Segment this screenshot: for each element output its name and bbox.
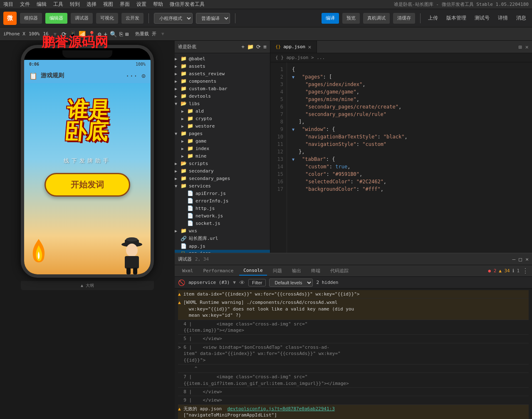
tree-item-westore[interactable]: ▶📁westore — [175, 122, 270, 130]
svg-rect-5 — [126, 268, 131, 274]
network-icon[interactable]: 📶 — [79, 31, 86, 37]
clear-console-btn[interactable]: 🚫 — [178, 279, 185, 286]
phone-icon[interactable]: 📱 — [69, 31, 76, 37]
real-debug-btn[interactable]: 真机调试 — [363, 13, 390, 24]
tab-performance[interactable]: Performance — [199, 266, 238, 275]
minimize-panel-btn[interactable]: — — [512, 256, 516, 262]
phone-header-title: 游戏规则 — [41, 72, 64, 79]
tree-item-scripts[interactable]: ▶📂scripts — [175, 160, 270, 167]
rotate-icon[interactable]: ⟳ — [62, 31, 67, 37]
filter-btn[interactable]: Filter — [248, 279, 266, 286]
tree-item-libs[interactable]: ▼📂libs — [175, 100, 270, 107]
tree-item-ald[interactable]: ▶📁ald — [175, 107, 270, 115]
menu-bar: 项目 文件 编辑 工具 转到 选择 视图 界面 设置 帮助 微信开发者工具 谁是… — [0, 0, 532, 9]
menu-item-interface[interactable]: 界面 — [120, 1, 130, 8]
copy-icon[interactable]: ⎘ — [119, 31, 123, 37]
tree-item-network-js[interactable]: 📄network.js — [175, 212, 270, 219]
phone-menu-dots[interactable]: ··· ⊙ — [126, 72, 146, 80]
eye-icon[interactable]: 👁 — [239, 279, 245, 286]
menu-item-help[interactable]: 帮助 — [153, 1, 163, 8]
game-title-image: 谁是卧底 — [37, 87, 137, 154]
tree-item-custom-tab-bar[interactable]: ▶📁custom-tab-bar — [175, 85, 270, 92]
close-editor-btn[interactable]: × — [525, 44, 529, 50]
detail-btn[interactable]: 详情 — [495, 14, 510, 22]
plus-icon[interactable]: + — [104, 31, 107, 37]
compile-btn[interactable]: 编译 — [322, 13, 339, 24]
svg-rect-4 — [125, 256, 139, 269]
dropdown-arrow[interactable]: ▼ — [233, 280, 236, 285]
scale-num: 16 — [43, 31, 48, 37]
tab-code-trace[interactable]: 代码追踪 — [326, 266, 353, 276]
tree-item-assets[interactable]: ▶📁assets — [175, 62, 270, 70]
version-btn[interactable]: 版本管理 — [444, 14, 469, 22]
tree-item-http-js[interactable]: 📄http.js — [175, 205, 270, 212]
upload-btn[interactable]: 上传 — [426, 14, 440, 22]
visual-btn[interactable]: 可视化 — [96, 13, 118, 24]
settings-icon[interactable]: ⚙ — [98, 31, 101, 37]
tree-item-crypto[interactable]: ▶📁crypto — [175, 115, 270, 122]
tree-item--babel[interactable]: ▶📁@babel — [175, 55, 270, 62]
svg-rect-6 — [133, 268, 137, 274]
menu-item-file[interactable]: 文件 — [20, 1, 30, 8]
debug-btn[interactable]: 调试器 — [71, 13, 93, 24]
bottom-nav-hint: ▲ 大纲 — [81, 283, 94, 288]
tab-wxml[interactable]: Wxml — [178, 266, 198, 275]
tab-console[interactable]: Console — [239, 266, 267, 276]
tree-item-mine[interactable]: ▶📁mine — [175, 152, 270, 160]
message-btn[interactable]: 消息 — [514, 14, 529, 22]
tree-item-wxs[interactable]: ▶📁wxs — [175, 227, 270, 234]
settings-console-btn[interactable]: ⋮ — [522, 267, 529, 275]
tree-item-apierror-js[interactable]: 📄apiError.js — [175, 190, 270, 197]
tab-terminal[interactable]: 终端 — [307, 266, 324, 276]
search-icon[interactable]: 🔍 — [110, 31, 117, 37]
tab-problems[interactable]: 问题 — [269, 266, 286, 276]
tree-item-secondary-pages[interactable]: ▶📁secondary_pages — [175, 175, 270, 182]
tree-item-pages[interactable]: ▼📁pages — [175, 130, 270, 137]
main-toolbar: 微 模拟器 编辑器 调试器 可视化 云开发 小程序模式 普通编译 编译 预览 真… — [0, 9, 532, 27]
mode-select[interactable]: 小程序模式 — [154, 13, 193, 24]
menu-item-view[interactable]: 视图 — [103, 1, 113, 8]
tree-item-devtools[interactable]: ▶📁devtools — [175, 92, 270, 100]
tree-item-socket-js[interactable]: 📄socket.js — [175, 219, 270, 227]
refresh-icon[interactable]: ⟳ — [256, 44, 261, 50]
tree-item-services[interactable]: ▼📁services — [175, 182, 270, 190]
tree-item-app-js[interactable]: 📄app.js — [175, 242, 270, 250]
start-game-button[interactable]: 开始发词 — [45, 173, 130, 197]
new-folder-icon[interactable]: 📁 — [247, 44, 254, 50]
tree-item-assets-review[interactable]: ▶📁assets_review — [175, 70, 270, 77]
test-btn[interactable]: 测试号 — [472, 14, 492, 22]
preview-btn[interactable]: 预览 — [342, 13, 360, 24]
menu-item-weixin[interactable]: 微信开发者工具 — [170, 1, 205, 8]
close-panel-btn[interactable]: × — [525, 256, 529, 262]
menu-item-edit[interactable]: 编辑 — [37, 1, 47, 8]
tab-app-json[interactable]: {} app.json × — [270, 41, 317, 53]
maximize-panel-btn[interactable]: □ — [519, 256, 522, 262]
cloud-btn[interactable]: 云开发 — [121, 13, 144, 24]
screen-icon[interactable]: ⊞ — [125, 31, 129, 37]
menu-item-tools[interactable]: 工具 — [53, 1, 63, 8]
location-icon[interactable]: 📍 — [88, 31, 95, 37]
level-select[interactable]: Default levels — [269, 279, 313, 287]
tree-item------url[interactable]: 🔗站长图库.url — [175, 234, 270, 242]
menu-item-project[interactable]: 项目 — [3, 1, 13, 8]
console-line: ^ — [178, 365, 529, 373]
tree-item-index[interactable]: ▶📁index — [175, 145, 270, 152]
tree-item-game[interactable]: ▶📁game — [175, 137, 270, 145]
compile-select[interactable]: 普通编译 — [196, 13, 230, 24]
menu-item-goto[interactable]: 转到 — [70, 1, 80, 8]
tab-output[interactable]: 输出 — [288, 266, 305, 276]
new-file-icon[interactable]: + — [241, 44, 245, 50]
collapse-all-icon[interactable]: ≡ — [263, 44, 267, 50]
tree-item-secondary[interactable]: ▶📁secondary — [175, 167, 270, 175]
console-link[interactable]: devtoolsconfig.js?t=8d8787e0a6ab22941:3 — [227, 406, 334, 412]
tab-close-btn[interactable]: × — [308, 44, 311, 50]
simulator-btn[interactable]: 模拟器 — [20, 13, 42, 24]
menu-item-settings[interactable]: 设置 — [136, 1, 146, 8]
hot-reload-status[interactable]: 热重载 开 — [135, 31, 156, 37]
tree-item-errorinfo-js[interactable]: 📄errorInfo.js — [175, 197, 270, 205]
editor-btn[interactable]: 编辑器 — [45, 13, 67, 24]
menu-item-select[interactable]: 选择 — [87, 1, 97, 8]
split-editor-btn[interactable]: ⊞ — [518, 44, 522, 50]
clear-cache-btn[interactable]: 清缓存 — [393, 13, 415, 24]
tree-item-components[interactable]: ▶📁components — [175, 77, 270, 85]
